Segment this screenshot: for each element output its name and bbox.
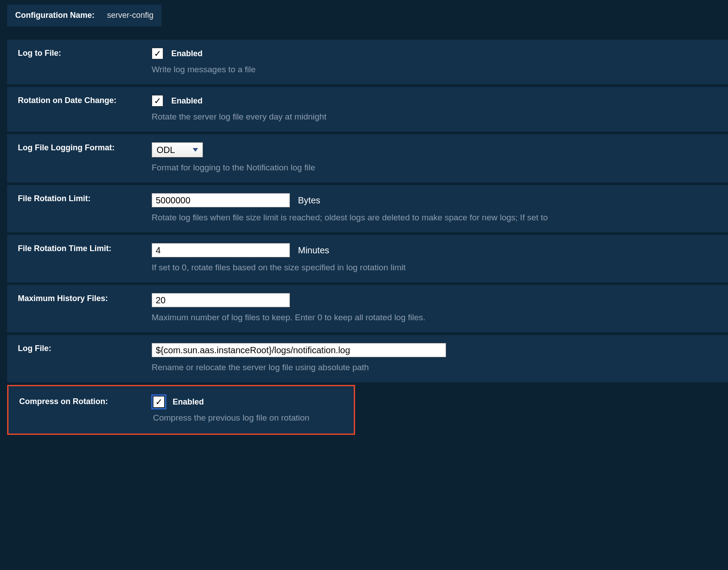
input-rotation-limit[interactable] (152, 193, 290, 207)
checkbox-log-to-file[interactable]: ✓ (152, 48, 163, 59)
unit-rotation-limit: Bytes (298, 195, 320, 206)
checkbox-label-compress: Enabled (173, 397, 204, 407)
label-log-format: Log File Logging Format: (18, 142, 152, 153)
label-log-file: Log File: (18, 343, 152, 353)
checkbox-rotation-date[interactable]: ✓ (152, 95, 163, 107)
desc-rotation-time: If set to 0, rotate files based on the s… (152, 263, 717, 273)
row-log-format: Log File Logging Format: ODL Format for … (7, 134, 728, 182)
select-log-format[interactable]: ODL (152, 142, 203, 157)
input-max-history[interactable] (152, 293, 290, 307)
checkbox-compress[interactable]: ✓ (153, 396, 165, 408)
input-rotation-time[interactable] (152, 243, 290, 257)
select-log-format-value: ODL (157, 145, 175, 155)
row-log-file: Log File: Rename or relocate the server … (7, 335, 728, 382)
label-compress: Compress on Rotation: (19, 396, 153, 406)
label-log-to-file: Log to File: (18, 48, 152, 58)
checkbox-label-log-to-file: Enabled (171, 49, 203, 58)
label-rotation-date: Rotation on Date Change: (18, 95, 152, 105)
desc-max-history: Maximum number of log files to keep. Ent… (152, 313, 717, 322)
desc-compress: Compress the previous log file on rotati… (153, 413, 343, 423)
desc-rotation-limit: Rotate log files when file size limit is… (152, 213, 717, 223)
row-compress: Compress on Rotation: ✓ Enabled Compress… (8, 386, 354, 434)
desc-log-format: Format for logging to the Notification l… (152, 163, 717, 173)
desc-log-file: Rename or relocate the server log file u… (152, 363, 717, 372)
desc-rotation-date: Rotate the server log file every day at … (152, 112, 717, 122)
input-log-file[interactable] (152, 343, 446, 357)
label-rotation-limit: File Rotation Limit: (18, 193, 152, 203)
desc-log-to-file: Write log messages to a file (152, 65, 717, 74)
chevron-down-icon (193, 148, 198, 152)
checkbox-label-rotation-date: Enabled (171, 96, 203, 106)
label-max-history: Maximum History Files: (18, 293, 152, 303)
label-rotation-time: File Rotation Time Limit: (18, 243, 152, 253)
unit-rotation-time: Minutes (298, 245, 329, 256)
configuration-name-row: Configuration Name: server-config (7, 4, 161, 26)
row-rotation-date: Rotation on Date Change: ✓ Enabled Rotat… (7, 87, 728, 132)
row-rotation-time: File Rotation Time Limit: Minutes If set… (7, 235, 728, 282)
highlight-compress: Compress on Rotation: ✓ Enabled Compress… (7, 385, 355, 435)
configuration-name-value: server-config (107, 11, 153, 20)
row-log-to-file: Log to File: ✓ Enabled Write log message… (7, 40, 728, 84)
configuration-name-label: Configuration Name: (15, 11, 95, 20)
row-rotation-limit: File Rotation Limit: Bytes Rotate log fi… (7, 185, 728, 232)
row-max-history: Maximum History Files: Maximum number of… (7, 285, 728, 332)
